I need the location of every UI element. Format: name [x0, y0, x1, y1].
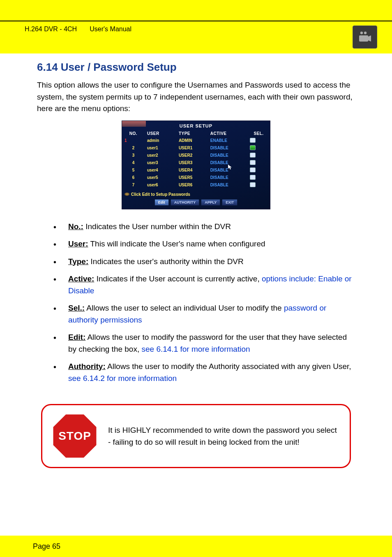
- cell-no: 6: [122, 174, 145, 181]
- cell-no: 1: [122, 137, 145, 144]
- cell-type: USER4: [176, 167, 208, 174]
- list-item: Authority: Allows the user to modify the…: [53, 361, 355, 390]
- cell-active: DISABLE: [208, 144, 247, 152]
- dvr-user-table: NO. USER TYPE ACTIVE SEL. 1adminADMINENA…: [122, 130, 270, 189]
- list-item: Edit: Allows the user to modify the pass…: [53, 332, 355, 361]
- cell-no: 2: [122, 144, 145, 152]
- cell-no: 7: [122, 181, 145, 189]
- definition-body-highlight: see 6.14.2 for more information: [68, 374, 177, 383]
- definition-body: Indicates the user's authority within th…: [88, 257, 243, 266]
- list-item: Active: Indicates if the User account is…: [53, 273, 355, 302]
- authority-button[interactable]: AUTHORITY: [171, 199, 200, 206]
- definition-body: Allows the user to modify the Authority …: [106, 362, 351, 371]
- definition-body: Indicates if the User account is current…: [94, 274, 262, 283]
- cell-active: DISABLE: [208, 181, 247, 189]
- list-item: Sel.: Allows the user to select an indiv…: [53, 302, 355, 332]
- stop-sign-icon: STOP: [51, 413, 98, 460]
- checkbox-icon[interactable]: [250, 153, 256, 158]
- footer-bar: Page 65: [0, 536, 392, 557]
- table-row: 5user4USER4DISABLE: [122, 167, 270, 174]
- table-row: 2user1USER1DISABLE: [122, 144, 270, 152]
- cell-type: ADMIN: [176, 137, 208, 144]
- table-row: 3user2USER2DISABLE: [122, 152, 270, 159]
- cell-user: user6: [145, 181, 176, 189]
- checkbox-icon[interactable]: [250, 167, 256, 172]
- cell-type: USER6: [176, 181, 208, 189]
- col-no: NO.: [122, 130, 145, 137]
- section-lead: This option allows the user to configure…: [37, 79, 355, 115]
- definition-term: Active:: [68, 274, 94, 283]
- svg-marker-3: [368, 35, 371, 42]
- list-item: User: This will indicate the User's name…: [53, 238, 355, 256]
- stop-sign-text: STOP: [58, 429, 91, 443]
- section-heading: 6.14 User / Password Setup: [37, 61, 355, 74]
- camera-icon: [353, 26, 377, 49]
- cell-user: user2: [145, 152, 176, 159]
- checkbox-icon[interactable]: [250, 160, 256, 165]
- cell-active: DISABLE: [208, 174, 247, 181]
- cell-sel[interactable]: [247, 181, 270, 189]
- cell-sel[interactable]: [247, 167, 270, 174]
- stop-callout: STOP It is HIGHLY recommended to write d…: [41, 404, 351, 468]
- exit-button[interactable]: EXIT: [222, 199, 238, 206]
- cell-sel[interactable]: [247, 159, 270, 167]
- definition-body: This will indicate the User's name when …: [88, 239, 265, 248]
- cell-sel[interactable]: [247, 137, 270, 144]
- cell-no: 4: [122, 159, 145, 167]
- list-item: Type: Indicates the user's authority wit…: [53, 256, 355, 274]
- definition-body: Allows the user to select an individual …: [85, 304, 284, 312]
- cell-type: USER3: [176, 159, 208, 167]
- svg-marker-4: [228, 165, 232, 169]
- checkbox-icon[interactable]: [250, 138, 256, 143]
- section-title: User / Password Setup: [61, 61, 177, 73]
- col-user: USER: [145, 130, 176, 137]
- cell-type: USER1: [176, 144, 208, 152]
- apply-button[interactable]: APPLY: [201, 199, 220, 206]
- definition-body-highlight: see 6.14.1 for more information: [142, 345, 250, 353]
- svg-point-1: [364, 32, 367, 34]
- definition-body: Indicates the User number within the DVR: [83, 222, 231, 231]
- cell-no: 5: [122, 167, 145, 174]
- col-active: ACTIVE: [208, 130, 247, 137]
- definition-term: Edit:: [68, 333, 85, 341]
- cell-active: DISABLE: [208, 152, 247, 159]
- cell-user: user5: [145, 174, 176, 181]
- definition-term: Authority:: [68, 362, 106, 371]
- col-type: TYPE: [176, 130, 208, 137]
- stop-message: It is HIGHLY recommended to write down t…: [108, 424, 341, 448]
- manual-meta: H.264 DVR - 4CH User's Manual: [25, 26, 131, 33]
- cell-sel[interactable]: [247, 152, 270, 159]
- cursor-icon: [228, 165, 232, 169]
- edit-button[interactable]: Edit: [154, 199, 169, 206]
- cell-no: 3: [122, 152, 145, 159]
- definition-term: User:: [68, 239, 88, 248]
- checkbox-icon[interactable]: [250, 145, 256, 150]
- checkbox-icon[interactable]: [250, 182, 256, 187]
- checkbox-icon[interactable]: [250, 175, 256, 180]
- cell-sel[interactable]: [247, 174, 270, 181]
- cell-type: USER2: [176, 152, 208, 159]
- svg-rect-2: [359, 35, 368, 42]
- cell-sel[interactable]: [247, 144, 270, 152]
- header-divider: [0, 21, 392, 21]
- cell-active: ENABLE: [208, 137, 247, 144]
- table-row: 7user6USER6DISABLE: [122, 181, 270, 189]
- dvr-screenshot: USER SETUP NO. USER TYPE ACTIVE SEL. 1ad…: [122, 121, 270, 209]
- cell-user: user3: [145, 159, 176, 167]
- definition-term: Type:: [68, 257, 88, 266]
- cell-user: admin: [145, 137, 176, 144]
- cell-user: user4: [145, 167, 176, 174]
- col-sel: SEL.: [247, 130, 270, 137]
- dvr-hint: Click Edit to Setup Passwords: [122, 189, 270, 199]
- header-bar: H.264 DVR - 4CH User's Manual: [0, 0, 392, 53]
- table-row: 4user3USER3DISABLE: [122, 159, 270, 167]
- cell-active: DISABLE: [208, 167, 247, 174]
- section-number: 6.14: [37, 61, 58, 73]
- table-row: 1adminADMINENABLE: [122, 137, 270, 144]
- definition-term: No.:: [68, 222, 83, 231]
- cell-active: DISABLE: [208, 159, 247, 167]
- list-item: No.: Indicates the User number within th…: [53, 221, 355, 239]
- table-row: 6user5USER5DISABLE: [122, 174, 270, 181]
- cell-type: USER5: [176, 174, 208, 181]
- definitions-list: No.: Indicates the User number within th…: [37, 221, 355, 390]
